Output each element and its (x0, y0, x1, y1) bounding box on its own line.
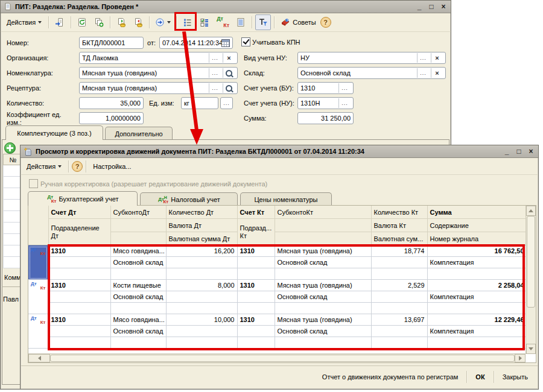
footer-separator (466, 371, 467, 383)
dtkt-row-icon[interactable]: ДтКт (28, 245, 48, 280)
clear-icon[interactable]: × (431, 68, 443, 78)
minimize-icon[interactable]: _ (415, 2, 424, 11)
select-icon[interactable]: ... (417, 68, 429, 78)
kpn-checkbox[interactable] (241, 37, 250, 46)
ed-izm-label: Ед. изм: (149, 100, 174, 107)
popup-actions-menu-button[interactable]: Действия (23, 159, 65, 174)
report-movements-button[interactable]: Отчет о движениях документа по регистрам (317, 370, 464, 384)
calendar-icon[interactable] (221, 39, 230, 47)
actions-menu-button[interactable]: Действия (3, 14, 45, 30)
col-header (275, 232, 371, 245)
schet-nu-field[interactable]: 1310Н... (297, 97, 354, 109)
clear-icon[interactable]: × (431, 53, 443, 63)
search-icon[interactable] (223, 68, 235, 78)
kpn-label: Учитывать КПН (252, 39, 300, 46)
dtkt-n-icon: ДтНКт (157, 195, 168, 204)
tab-tax[interactable]: ДтНКт Налоговый учет (140, 192, 238, 206)
help-icon[interactable]: ? (320, 17, 331, 28)
dtkt-row-icon[interactable]: ДтКт (28, 280, 48, 314)
scroll-left-button[interactable] (28, 354, 50, 362)
ok-button[interactable]: ОК (470, 370, 490, 384)
movements-popup-window: Просмотр и корректировка движений докуме… (20, 145, 539, 390)
toolbar-separator (68, 160, 69, 172)
col-header: Счет Дт (48, 206, 110, 219)
register-records-icon[interactable] (233, 14, 249, 30)
nomer-field[interactable]: БКТДЛ000001 (79, 37, 144, 49)
popup-footer: Отчет о движениях документа по регистрам… (21, 365, 538, 388)
select-icon[interactable]: ... (338, 98, 351, 108)
receptura-label: Рецептура: (7, 84, 41, 92)
tab-components[interactable]: Комплектующие (3 поз.) (5, 125, 103, 140)
minimize-icon[interactable]: _ (503, 147, 511, 156)
popup-toolbar: Действия ? Настройка... (21, 158, 538, 175)
refresh-icon[interactable] (74, 14, 90, 30)
footer-separator (494, 371, 494, 383)
search-icon[interactable] (223, 83, 235, 93)
clear-icon[interactable]: × (223, 53, 235, 63)
scroll-right-button[interactable] (515, 354, 526, 362)
col-header (110, 219, 166, 232)
dtkt-row-icon[interactable]: ДтКт (28, 314, 48, 349)
horizontal-scrollbar[interactable] (28, 353, 526, 362)
col-header: СубконтоКт (275, 206, 371, 219)
copy-icon[interactable] (91, 14, 107, 30)
select-icon[interactable]: ... (417, 53, 429, 63)
write-document-icon[interactable] (52, 14, 68, 30)
manual-adjust-checkbox[interactable] (29, 179, 38, 188)
popup-title: Просмотр и корректировка движений докуме… (36, 148, 500, 155)
summa-field[interactable]: 31 250,00 (297, 112, 354, 124)
maximize-icon[interactable]: □ (515, 147, 523, 156)
col-header: Сумма (427, 206, 527, 219)
koefficient-field[interactable]: 1,00000000 (79, 112, 144, 124)
sklad-field[interactable]: Основной склад...× (297, 67, 446, 79)
filter-settings-button[interactable] (255, 14, 271, 30)
popup-titlebar[interactable]: Просмотр и корректировка движений докуме… (21, 145, 538, 158)
document-icon (4, 2, 12, 11)
col-header: Номер журнала (427, 232, 527, 245)
sklad-label: Склад: (244, 69, 265, 77)
goto-menu-icon[interactable] (153, 14, 173, 30)
main-titlebar[interactable]: ПИТ: Разделка: Разделка. Проведен * _ □ … (1, 1, 451, 13)
kolichestvo-field[interactable]: 35,000 (79, 97, 144, 109)
close-button[interactable]: Закрыть (497, 370, 533, 384)
col-header: Валюта Кт (371, 219, 427, 232)
dtkt-postings-button[interactable]: ДтКт (214, 14, 232, 30)
tips-button[interactable]: Советы (278, 14, 319, 30)
vertical-scrollbar[interactable] (526, 206, 536, 354)
actions-label: Действия (7, 19, 36, 26)
col-header: Валютная сум... (371, 232, 427, 245)
tab-accounting[interactable]: ДтКт Бухгалтерский учет (28, 191, 138, 206)
scroll-down-button[interactable] (526, 344, 536, 354)
maximize-icon[interactable]: □ (427, 2, 436, 11)
col-header: Количество Кт (371, 206, 427, 219)
tab-prices[interactable]: Цены номенклатуры (240, 192, 332, 206)
ed-izm-select-button[interactable]: ... (220, 97, 233, 109)
koefficient-label: Коэффициент ед. изм.: (7, 111, 64, 127)
annotation-rectangle (48, 244, 525, 350)
add-row-icon[interactable] (4, 142, 16, 154)
vid-nu-field[interactable]: НУ...× (297, 52, 446, 64)
tab-additional[interactable]: Дополнительно (105, 127, 173, 140)
select-icon[interactable]: ... (338, 83, 351, 93)
close-icon[interactable]: × (439, 2, 448, 11)
unpost-document-icon[interactable] (130, 14, 146, 30)
col-header: Валюта Дт (166, 219, 237, 232)
post-document-icon[interactable] (113, 14, 129, 30)
scrollbar-thumb[interactable] (50, 355, 515, 362)
col-header: Количество Дт (166, 206, 237, 219)
help-icon[interactable]: ? (72, 161, 83, 172)
toolbar-separator (86, 160, 86, 172)
icon-column-header (28, 206, 48, 245)
toolbar-separator (252, 16, 252, 28)
main-window-title: ПИТ: Разделка: Разделка. Проведен * (15, 3, 412, 10)
responsible-label: Павл (3, 296, 19, 303)
date-label: от: (147, 39, 156, 46)
vid-nu-label: Вид учета НУ: (244, 54, 287, 62)
close-icon[interactable]: × (527, 147, 535, 156)
dropdown-icon (167, 21, 171, 24)
scrollbar-thumb[interactable] (527, 216, 535, 308)
checklist-icon[interactable] (197, 14, 212, 30)
settings-button[interactable]: Настройка... (89, 159, 135, 174)
scroll-up-button[interactable] (526, 206, 536, 216)
schet-bu-field[interactable]: 1310... (297, 82, 354, 94)
